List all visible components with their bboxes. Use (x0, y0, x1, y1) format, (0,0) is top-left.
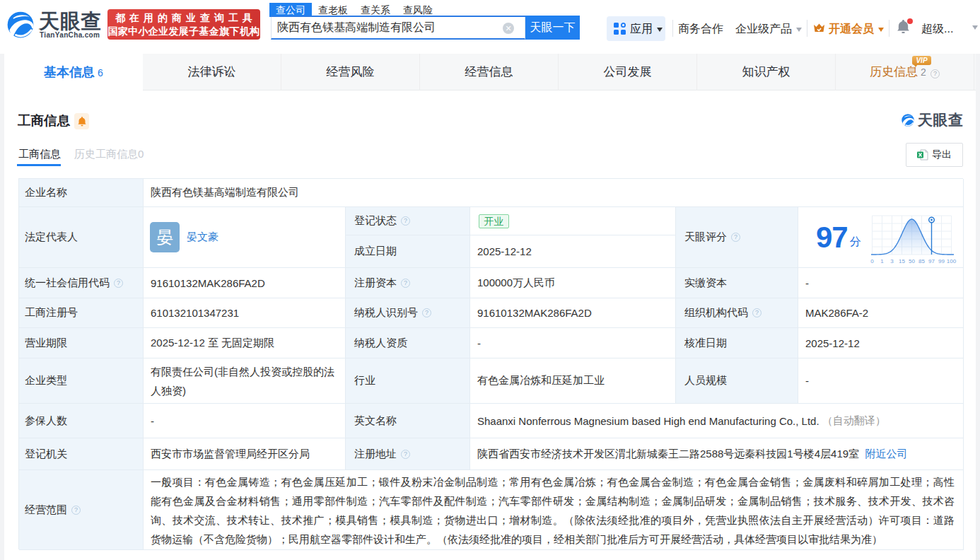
svg-text:1: 1 (880, 258, 884, 264)
svg-text:3: 3 (890, 258, 894, 264)
svg-text:99: 99 (938, 258, 945, 264)
svg-text:100: 100 (947, 258, 957, 264)
svg-text:50: 50 (909, 258, 915, 264)
svg-text:15: 15 (899, 258, 905, 264)
svg-text:97: 97 (928, 258, 935, 264)
svg-text:85: 85 (918, 258, 925, 264)
svg-text:0: 0 (870, 258, 874, 264)
